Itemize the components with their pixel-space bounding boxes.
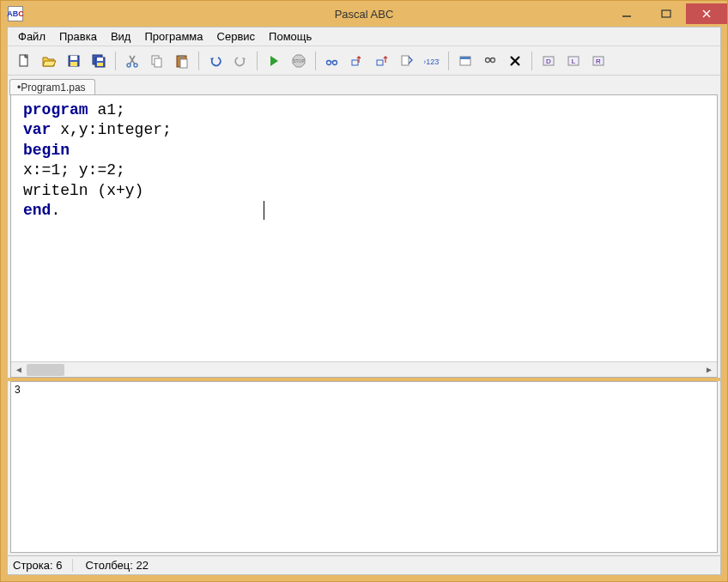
toolbar-separator [448,52,449,70]
svg-text:R: R [596,58,601,65]
svg-point-29 [486,58,490,62]
svg-point-30 [491,58,495,62]
svg-text:›123': ›123' [424,58,440,66]
toolbar: STOP ›123' D L R [8,46,720,76]
status-col-value: 22 [136,559,148,572]
editor-tab[interactable]: •Program1.pas [9,79,95,95]
svg-rect-24 [377,60,383,65]
code-text: . [51,202,60,219]
app-icon: ABC [8,6,23,21]
text-caret [264,201,264,220]
menu-file[interactable]: Файл [11,28,52,45]
statusbar: Строка: 6 Столбец: 22 [8,555,720,574]
client-area: Файл Правка Вид Программа Сервис Помощь … [7,27,721,575]
scroll-thumb[interactable] [27,364,64,376]
svg-text:STOP: STOP [293,58,305,64]
delete-button[interactable] [504,50,526,72]
toolbar-separator [115,52,116,70]
window-controls [607,3,727,24]
toolbar-separator [257,52,258,70]
svg-rect-28 [460,57,470,59]
minimize-button[interactable] [607,3,646,24]
menu-service[interactable]: Сервис [210,28,263,45]
code-text: writeln (x+y) [23,182,143,199]
keyword-program: program [23,101,88,118]
output-pane[interactable]: 3 [10,381,718,553]
menu-program[interactable]: Программа [137,28,209,45]
svg-rect-10 [97,58,103,61]
toolbar-separator [198,52,199,70]
keyword-end: end [23,202,51,219]
svg-rect-25 [402,56,409,65]
code-text: x:=1; y:=2; [23,161,125,179]
toolbar-separator [315,52,316,70]
code-text: a1; [88,101,125,118]
status-column: Столбец: 22 [85,559,148,572]
app-icon-c: C [18,9,24,18]
horizontal-scrollbar[interactable]: ◄ ► [11,361,717,377]
redo-button[interactable] [229,50,252,72]
run-button[interactable] [263,50,285,72]
stop-button[interactable]: STOP [288,50,310,72]
tab-bar: •Program1.pas [8,76,720,94]
app-icon-ab: AB [7,9,18,18]
locals-button[interactable]: L [562,50,585,72]
status-line-value: 6 [56,559,62,572]
keyword-begin: begin [23,142,70,159]
svg-text:L: L [572,58,576,65]
output-text: 3 [15,384,21,396]
code-editor[interactable]: program a1; var x,y:integer; begin x:=1;… [11,95,717,361]
cut-button[interactable] [121,50,143,72]
step-over-button[interactable] [346,50,368,72]
menu-edit[interactable]: Правка [52,28,104,45]
find-button[interactable] [479,50,501,72]
svg-point-13 [134,64,137,67]
undo-button[interactable] [204,50,227,72]
menu-view[interactable]: Вид [104,28,138,45]
editor-pane: program a1; var x,y:integer; begin x:=1;… [10,94,718,378]
watches-button[interactable]: R [587,50,610,72]
svg-point-21 [327,60,331,64]
copy-button[interactable] [146,50,168,72]
new-file-button[interactable] [13,50,35,72]
status-col-label: Столбец: [85,559,132,572]
toolbar-separator [531,52,532,70]
svg-point-22 [333,60,337,64]
svg-rect-6 [70,56,77,60]
menubar: Файл Правка Вид Программа Сервис Помощь [8,27,720,46]
svg-rect-7 [70,62,77,66]
open-file-button[interactable] [38,50,60,72]
step-out-button[interactable] [371,50,393,72]
svg-rect-18 [180,59,187,68]
close-button[interactable] [686,3,727,24]
svg-point-12 [127,64,130,67]
code-text: x,y:integer; [51,121,171,138]
svg-rect-17 [179,55,184,58]
titlebar[interactable]: ABC Pascal ABC [1,1,727,27]
svg-rect-15 [155,58,161,67]
keyword-var: var [23,121,51,138]
status-line-label: Строка: [13,559,53,572]
save-all-button[interactable] [88,50,110,72]
svg-text:D: D [546,58,551,65]
maximize-button[interactable] [646,3,686,24]
window-title: Pascal ABC [335,8,394,21]
menu-help[interactable]: Помощь [262,28,318,45]
declarations-button[interactable]: D [537,50,560,72]
scroll-left-icon[interactable]: ◄ [11,362,27,378]
svg-rect-1 [662,10,670,17]
status-line: Строка: 6 [13,559,73,572]
svg-rect-23 [352,60,358,65]
app-window: ABC Pascal ABC Файл Правка Вид Программа… [0,0,728,582]
new-window-button[interactable] [454,50,476,72]
paste-button[interactable] [171,50,193,72]
save-file-button[interactable] [63,50,85,72]
scroll-right-icon[interactable]: ► [701,362,717,378]
evaluate-button[interactable]: ›123' [421,50,443,72]
breakpoint-button[interactable] [396,50,418,72]
svg-rect-11 [97,63,103,66]
trace-into-button[interactable] [321,50,343,72]
